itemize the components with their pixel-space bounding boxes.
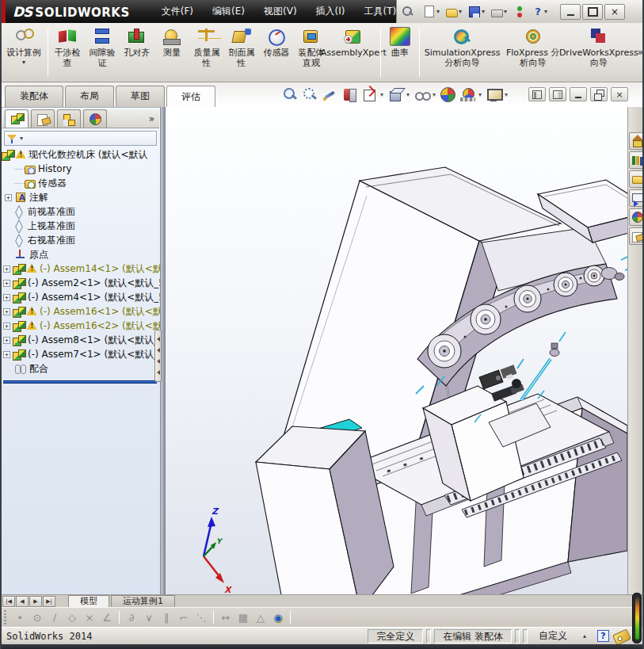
tile-pane-left-button[interactable] <box>528 87 546 101</box>
line-snap-icon[interactable]: ∕ <box>46 612 63 624</box>
toolbar-overflow-button[interactable]: » <box>635 47 644 58</box>
expand-toggle[interactable]: + <box>3 351 10 358</box>
rollback-bar[interactable] <box>3 380 157 384</box>
chevron-down-icon[interactable]: ▾ <box>433 91 436 98</box>
tree-item-assem2[interactable]: + (-) Assem2<1> (默认<默认_5 <box>2 276 160 290</box>
save-button[interactable]: ▾ <box>467 3 486 21</box>
tree-item-top-plane[interactable]: 上视基准面 <box>2 219 160 233</box>
doc-close-button[interactable]: × <box>611 87 628 101</box>
panel-tabs-overflow-button[interactable]: » <box>149 113 154 124</box>
print-button[interactable]: ▾ <box>490 3 509 21</box>
chevron-down-icon[interactable]: ▾ <box>20 135 23 142</box>
sensor-button[interactable]: 传感器 <box>259 23 294 82</box>
minimize-button[interactable] <box>560 4 581 20</box>
file-explorer-button[interactable] <box>629 170 644 188</box>
menu-view[interactable]: 视图(V) <box>254 0 307 23</box>
tree-item-assem7[interactable]: + (-) Assem7<1> (默认<默认_5 <box>2 347 160 361</box>
grid-snap-icon[interactable]: ▦ <box>234 612 252 624</box>
zoom-to-fit-icon[interactable] <box>283 87 298 102</box>
tab-configurationmanager[interactable] <box>57 109 81 128</box>
assembly-xpert-button[interactable]: AssemblyXpert <box>329 23 379 82</box>
hide-show-items-icon[interactable] <box>414 87 429 102</box>
intersection-snap-icon[interactable]: × <box>81 612 98 624</box>
nav-last-button[interactable]: ▶| <box>43 596 55 607</box>
expand-toggle[interactable]: + <box>3 265 10 273</box>
tree-item-sensors[interactable]: 传感器 <box>2 176 160 190</box>
parallel-snap-icon[interactable]: ∥ <box>158 612 175 624</box>
graphics-viewport[interactable]: Z Y X <box>166 107 627 594</box>
clearance-verification-button[interactable]: 间隙验证 <box>85 23 120 82</box>
panel-splitter-handle[interactable] <box>154 330 162 382</box>
midpoint-snap-icon[interactable]: ∨ <box>140 612 158 624</box>
center-snap-icon[interactable]: ⊙ <box>29 612 46 624</box>
edit-appearance-icon[interactable] <box>440 87 455 102</box>
chevron-down-icon[interactable]: ▾ <box>22 59 25 66</box>
interference-detection-button[interactable]: 干涉检查 <box>50 23 85 82</box>
nav-first-button[interactable]: |◀ <box>2 596 15 607</box>
tab-featuremanager-tree[interactable] <box>5 109 29 128</box>
tab-evaluate[interactable]: 评估 <box>166 86 215 107</box>
appearances-scenes-button[interactable] <box>629 208 644 226</box>
apply-scene-icon[interactable] <box>460 87 475 102</box>
tag-icon[interactable] <box>612 628 631 645</box>
search-icon[interactable] <box>402 6 413 17</box>
menu-edit[interactable]: 编辑(E) <box>203 0 254 23</box>
previous-view-icon[interactable] <box>322 87 337 102</box>
expand-toggle[interactable]: + <box>3 308 10 315</box>
length-snap-icon[interactable]: ↔ <box>217 612 234 624</box>
tree-item-assem8[interactable]: + (-) Assem8<1> (默认<默认_5 <box>2 333 160 347</box>
tree-item-mates[interactable]: 配合 <box>2 361 160 376</box>
tree-item-origin[interactable]: 原点 <box>2 247 160 262</box>
angle-snap-icon[interactable]: ∠ <box>98 612 116 624</box>
cnc-machine-model[interactable]: Z Y X <box>166 107 627 594</box>
design-study-button[interactable]: 设计算例 ▾ <box>2 23 46 82</box>
tree-root-assembly[interactable]: 现代化数控机床 (默认<默认 <box>2 147 160 162</box>
toolbar-mode-label[interactable]: 自定义 <box>531 629 575 643</box>
tree-item-assem16-1[interactable]: + (-) Assem16<1> (默认<默 <box>2 304 160 319</box>
chevron-down-icon[interactable]: ▾ <box>459 8 462 15</box>
tangent-snap-icon[interactable]: ∂ <box>123 612 140 624</box>
chevron-up-icon[interactable]: ▴ <box>583 632 586 639</box>
tab-assembly[interactable]: 装配体 <box>5 86 63 107</box>
chevron-down-icon[interactable]: ▾ <box>504 8 507 15</box>
points-snap-icon[interactable]: ⋱ <box>192 612 210 624</box>
display-style-icon[interactable] <box>388 87 403 102</box>
design-library-button[interactable] <box>629 151 644 169</box>
view-orientation-icon[interactable] <box>362 87 377 102</box>
tab-model[interactable]: 模型 <box>68 595 109 607</box>
chevron-down-icon[interactable]: ▾ <box>380 91 383 98</box>
solidworks-resources-button[interactable] <box>629 132 644 150</box>
section-view-icon[interactable] <box>342 87 357 102</box>
open-button[interactable]: ▾ <box>444 3 463 21</box>
chevron-down-icon[interactable]: ▾ <box>478 91 482 98</box>
tab-propertymanager[interactable] <box>31 109 55 128</box>
section-properties-button[interactable]: 剖面属性 <box>224 23 259 82</box>
driveworksxpress-button[interactable]: DriveWorksXpress 向导 <box>562 23 635 82</box>
maximize-button[interactable] <box>582 4 603 20</box>
chevron-down-icon[interactable]: ▾ <box>406 91 410 98</box>
floxpress-button[interactable]: FloXpress 分析向导 <box>503 23 562 82</box>
tab-sketch[interactable]: 草图 <box>116 86 165 107</box>
measure-button[interactable]: 测量 <box>154 23 189 82</box>
measure-tool-icon[interactable]: ◉ <box>269 612 287 624</box>
perpendicular-snap-icon[interactable]: ⌐ <box>175 612 192 624</box>
tree-item-assem16-2[interactable]: + (-) Assem16<2> (默认<默 <box>2 319 160 333</box>
menu-file[interactable]: 文件(F) <box>152 0 203 23</box>
angle-dim-snap-icon[interactable]: △ <box>252 612 269 624</box>
close-button[interactable]: × <box>604 4 625 20</box>
tab-layout[interactable]: 布局 <box>65 86 114 107</box>
expand-toggle[interactable]: + <box>3 294 10 301</box>
tree-item-assem4[interactable]: + (-) Assem4<1> (默认<默认_5 <box>2 290 160 304</box>
tree-filter-bar[interactable]: ▾ <box>4 131 157 146</box>
expand-toggle[interactable]: + <box>3 280 10 287</box>
expand-toggle[interactable]: + <box>3 323 10 330</box>
view-palette-button[interactable] <box>629 189 644 207</box>
tree-item-front-plane[interactable]: 前视基准面 <box>2 204 160 219</box>
rebuild-button[interactable] <box>512 3 528 21</box>
chevron-down-icon[interactable]: ▾ <box>544 8 547 15</box>
chevron-down-icon[interactable]: ▾ <box>482 8 485 15</box>
nav-previous-button[interactable]: ◀ <box>16 596 29 607</box>
hole-alignment-button[interactable]: 孔对齐 <box>120 23 154 82</box>
simulationxpress-button[interactable]: SimulationXpress 分析向导 <box>421 23 504 82</box>
doc-minimize-button[interactable] <box>570 87 587 101</box>
